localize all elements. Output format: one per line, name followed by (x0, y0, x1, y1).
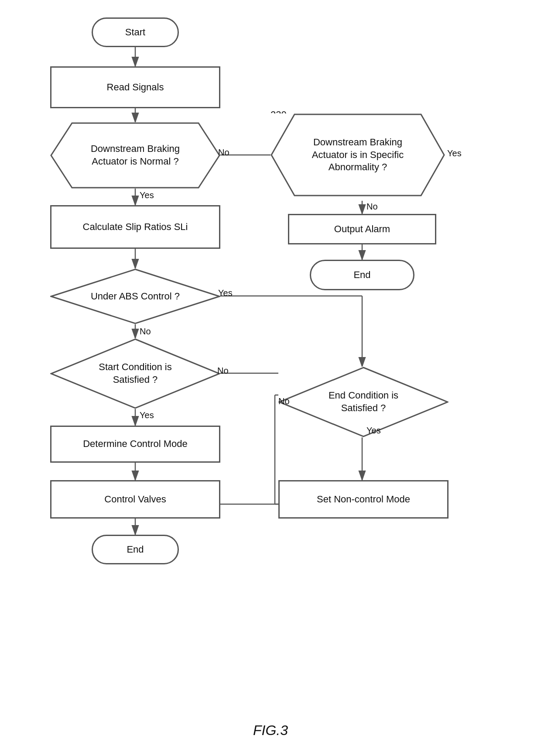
downstream-abnormal-label: Downstream Braking Actuator is in Specif… (299, 136, 417, 174)
yes-abnormal-label: Yes (447, 148, 462, 158)
downstream-normal-node: Downstream Braking Actuator is Normal ? (50, 122, 220, 189)
output-alarm-label: Output Alarm (334, 223, 390, 236)
yes-start-label: Yes (140, 410, 154, 420)
yes-abs-label: Yes (218, 288, 233, 298)
calc-slip-label: Calculate Slip Ratios SLi (83, 221, 188, 234)
start-condition-node: Start Condition is Satisfied ? (50, 338, 220, 409)
det-control-label: Determine Control Mode (83, 438, 188, 450)
det-control-node: Determine Control Mode (50, 426, 220, 463)
no-abs-label: No (140, 326, 151, 337)
read-signals-label: Read Signals (107, 81, 164, 94)
end-condition-node: End Condition is Satisfied ? (278, 367, 449, 437)
no-abnormal-label: No (366, 202, 378, 212)
downstream-normal-label: Downstream Braking Actuator is Normal ? (78, 143, 193, 168)
yes-normal-label: Yes (140, 190, 154, 200)
read-signals-node: Read Signals (50, 66, 220, 108)
set-noncontrol-node: Set Non-control Mode (278, 480, 449, 519)
flowchart-diagram: Start 210 Read Signals 220 Downstream Br… (0, 0, 541, 756)
output-alarm-node: Output Alarm (288, 214, 436, 244)
start-label: Start (125, 26, 145, 39)
end-condition-label: End Condition is Satisfied ? (320, 389, 407, 414)
control-valves-node: Control Valves (50, 480, 220, 519)
no-normal-label: No (218, 148, 229, 158)
control-valves-label: Control Valves (104, 493, 166, 506)
set-noncontrol-label: Set Non-control Mode (317, 493, 410, 506)
end2-label: End (127, 543, 144, 556)
figure-caption: FIG.3 (0, 722, 541, 739)
end1-label: End (353, 269, 370, 282)
end2-node: End (92, 535, 179, 564)
end1-node: End (310, 260, 414, 290)
calc-slip-node: Calculate Slip Ratios SLi (50, 205, 220, 249)
abs-control-node: Under ABS Control ? (50, 268, 220, 324)
yes-end-label: Yes (366, 426, 381, 436)
downstream-abnormal-node: Downstream Braking Actuator is in Specif… (270, 113, 445, 196)
abs-control-label: Under ABS Control ? (82, 290, 188, 303)
no-end-label: No (278, 396, 290, 406)
start-node: Start (92, 17, 179, 47)
start-condition-label: Start Condition is Satisfied ? (90, 361, 181, 386)
no-start-label: No (217, 366, 229, 376)
